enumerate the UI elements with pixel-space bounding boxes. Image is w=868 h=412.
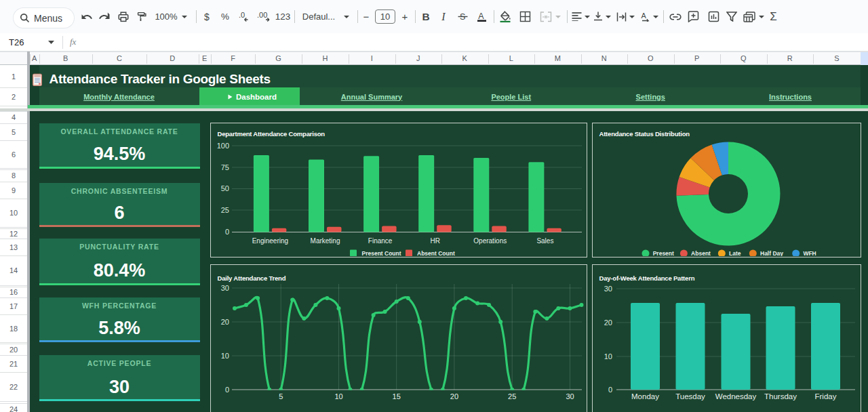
- svg-text:Wednesday: Wednesday: [715, 392, 757, 400]
- svg-text:25: 25: [221, 206, 229, 214]
- svg-text:20: 20: [450, 392, 458, 400]
- svg-text:.00: .00: [257, 11, 267, 19]
- svg-text:50: 50: [221, 184, 229, 192]
- svg-text:WFH: WFH: [803, 250, 816, 256]
- svg-text:100: 100: [217, 142, 229, 150]
- svg-text:15: 15: [393, 392, 401, 400]
- svg-text:10: 10: [334, 392, 342, 400]
- svg-text:0: 0: [225, 386, 229, 394]
- svg-text:20: 20: [604, 318, 612, 327]
- svg-text:A: A: [478, 12, 484, 21]
- svg-text:10: 10: [604, 352, 612, 360]
- svg-text:HR: HR: [430, 237, 439, 245]
- svg-text:Present Count: Present Count: [362, 250, 401, 256]
- svg-text:Absent: Absent: [691, 250, 711, 256]
- svg-text:Sales: Sales: [536, 237, 553, 245]
- svg-text:.0: .0: [239, 11, 245, 19]
- svg-text:25: 25: [508, 392, 516, 400]
- svg-text:Operations: Operations: [473, 237, 507, 245]
- svg-text:20: 20: [221, 318, 229, 326]
- svg-text:Present: Present: [653, 250, 674, 256]
- svg-text:Monday: Monday: [631, 392, 659, 400]
- svg-text:Marketing: Marketing: [311, 237, 340, 245]
- svg-text:A: A: [642, 12, 647, 20]
- svg-text:Engineering: Engineering: [252, 237, 288, 245]
- svg-text:Late: Late: [729, 250, 741, 256]
- svg-text:0: 0: [608, 386, 612, 394]
- svg-text:Finance: Finance: [368, 237, 393, 245]
- svg-text:Absent Count: Absent Count: [417, 250, 455, 256]
- svg-text:Half Day: Half Day: [760, 250, 783, 256]
- svg-text:30: 30: [604, 285, 612, 293]
- svg-text:0: 0: [225, 228, 229, 236]
- svg-text:75: 75: [221, 163, 229, 171]
- svg-text:30: 30: [566, 392, 574, 400]
- svg-text:Thursday: Thursday: [764, 392, 797, 400]
- svg-text:10: 10: [221, 352, 229, 360]
- svg-text:5: 5: [279, 392, 283, 400]
- svg-text:Tuesday: Tuesday: [675, 392, 705, 400]
- svg-text:Friday: Friday: [815, 392, 837, 400]
- svg-text:30: 30: [221, 284, 229, 292]
